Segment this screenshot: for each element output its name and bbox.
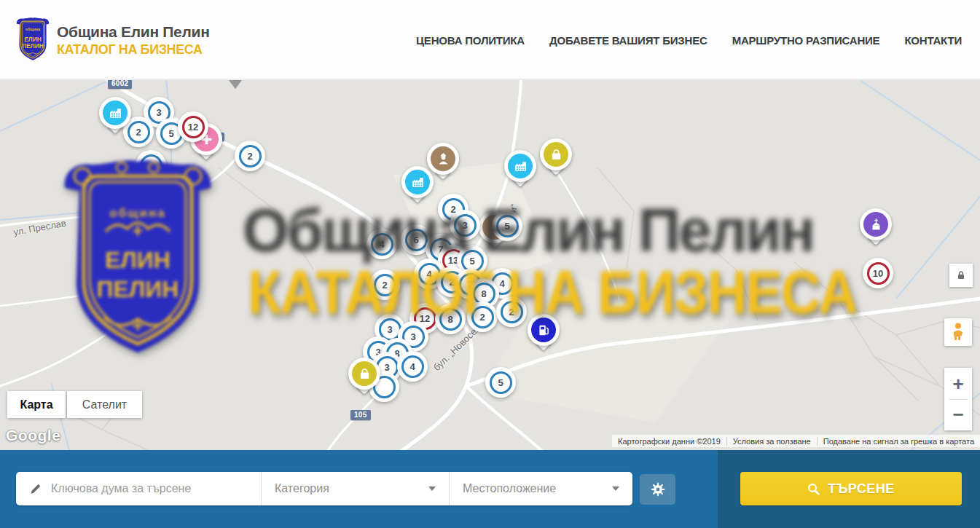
pegman-button[interactable]: [944, 318, 972, 346]
cluster-marker[interactable]: 4: [397, 351, 428, 382]
lock-control-button[interactable]: [949, 264, 973, 287]
search-fields: Категория Местоположение: [16, 472, 632, 505]
gear-icon: [649, 481, 667, 498]
cluster-count: 3: [410, 331, 415, 342]
map-type-map-button[interactable]: Карта: [7, 391, 66, 418]
map-type-control: Карта Сателит: [7, 391, 142, 418]
main-nav: ЦЕНОВА ПОЛИТИКАДОБАВЕТЕ ВАШИЯТ БИЗНЕСМАР…: [416, 0, 962, 80]
pin-marker-bag[interactable]: [540, 138, 572, 181]
zoom-out-button[interactable]: −: [944, 403, 972, 426]
page: община ЕЛИН ПЕЛИН Община Елин Пелин КАТА…: [0, 0, 980, 528]
cluster-count: 5: [168, 128, 173, 139]
category-select-label: Категория: [275, 482, 329, 495]
cluster-marker[interactable]: 10: [863, 258, 893, 288]
pegman-icon: [950, 323, 966, 342]
chevron-down-icon: [428, 486, 436, 491]
search-icon: [807, 483, 820, 495]
site-subtitle: КАТАЛОГ НА БИЗНЕСА: [57, 42, 210, 58]
pin-marker-bag[interactable]: [348, 358, 380, 400]
watermark-crest-name2: ПЕЛИН: [97, 276, 179, 302]
watermark-crest-top: община: [109, 206, 165, 220]
cluster-count: 2: [247, 151, 252, 162]
crest-top-text: община: [26, 27, 40, 31]
map-canvas[interactable]: 6002105 ул. Преславбул. „Новоселци“ 3251…: [0, 80, 980, 450]
nav-item-schedule[interactable]: МАРШРУТНО РАЗПИСАНИЕ: [732, 34, 880, 47]
attribution-link[interactable]: Подаване на сигнал за грешка в картата: [817, 437, 980, 446]
cluster-count: 10: [873, 268, 883, 279]
road-label: 6002: [108, 80, 132, 89]
church-icon: [863, 212, 888, 237]
cluster-count: 2: [136, 127, 141, 138]
pencil-icon: [29, 482, 42, 496]
crest-name2: ПЕЛИН: [22, 42, 44, 50]
site-title: Община Елин Пелин: [57, 23, 210, 41]
google-logo[interactable]: Google: [6, 427, 60, 444]
bag-icon: [544, 142, 568, 167]
cluster-count: 5: [498, 377, 503, 388]
watermark-crest-name1: ЕЛИН: [105, 247, 170, 273]
search-button[interactable]: ТЪРСЕНЕ: [740, 472, 962, 505]
nav-item-pricing[interactable]: ЦЕНОВА ПОЛИТИКА: [416, 34, 525, 47]
factory-icon: [405, 170, 430, 194]
bag-icon: [352, 361, 377, 386]
location-select-label: Местоположение: [463, 482, 556, 495]
attribution-link[interactable]: Условия за ползване: [726, 437, 817, 446]
site-logo[interactable]: община ЕЛИН ПЕЛИН Община Елин Пелин КАТА…: [16, 17, 210, 63]
map-type-satellite-button[interactable]: Сателит: [67, 391, 142, 418]
cluster-marker[interactable]: 12: [178, 111, 208, 142]
watermark-crest: община ЕЛИН ПЕЛИН: [62, 159, 213, 364]
municipality-crest-icon: община ЕЛИН ПЕЛИН: [16, 17, 50, 63]
watermark-title: Община Елин Пелин: [243, 195, 813, 266]
map-attribution: Картографски данни ©2019Условия за ползв…: [612, 435, 980, 447]
advanced-settings-button[interactable]: [640, 474, 675, 505]
nav-item-contacts[interactable]: КОНТАКТИ: [904, 34, 962, 47]
pin-marker-worker[interactable]: [427, 143, 459, 185]
road-label: 105: [350, 410, 371, 420]
cluster-count: 4: [409, 361, 415, 372]
location-select[interactable]: Местоположение: [449, 472, 632, 505]
keyword-field: [16, 472, 261, 505]
search-button-label: ТЪРСЕНЕ: [828, 481, 895, 497]
keyword-input[interactable]: [51, 482, 249, 495]
cropped-marker-tip: [229, 80, 242, 89]
category-select[interactable]: Категория: [261, 472, 449, 505]
pin-marker-factory[interactable]: [504, 150, 536, 192]
watermark-subtitle: КАТАЛОГ НА БИЗНЕСА: [248, 257, 857, 328]
factory-icon: [103, 101, 128, 125]
search-bar: Категория Местоположение: [0, 450, 980, 528]
worker-icon: [431, 146, 455, 171]
zoom-control: + −: [944, 368, 972, 430]
factory-icon: [508, 154, 533, 178]
cluster-count: 12: [188, 122, 198, 133]
pin-marker-church[interactable]: [860, 208, 892, 251]
header: община ЕЛИН ПЕЛИН Община Елин Пелин КАТА…: [0, 0, 980, 80]
zoom-in-button[interactable]: +: [944, 372, 972, 395]
zoom-divider: [949, 399, 968, 400]
chevron-down-icon: [612, 486, 619, 491]
cluster-marker[interactable]: 2: [235, 141, 265, 171]
attribution-copyright: Картографски данни ©2019: [612, 437, 726, 446]
lock-icon: [955, 269, 967, 281]
crest-name1: ЕЛИН: [24, 36, 42, 43]
nav-item-add-business[interactable]: ДОБАВЕТЕ ВАШИЯТ БИЗНЕС: [549, 34, 707, 47]
cluster-count: 3: [156, 107, 161, 118]
pin-marker-factory[interactable]: [99, 97, 131, 139]
cluster-marker[interactable]: 5: [485, 367, 516, 398]
